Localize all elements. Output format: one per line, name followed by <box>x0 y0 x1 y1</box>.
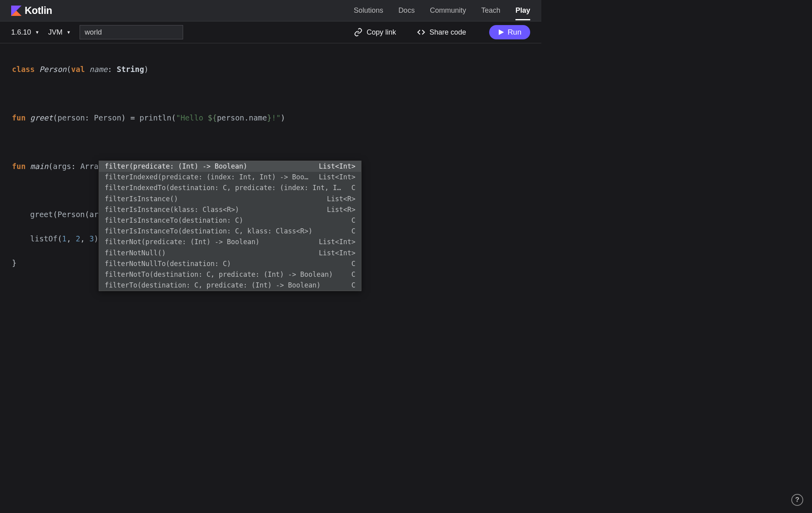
main-header: Kotlin Solutions Docs Community Teach Pl… <box>0 0 541 21</box>
code-line <box>12 87 529 99</box>
autocomplete-return-type: List<R> <box>327 194 355 204</box>
autocomplete-signature: filterIsInstance(klass: Class<R>) <box>105 204 239 215</box>
autocomplete-return-type: List<Int> <box>319 237 355 247</box>
autocomplete-item[interactable]: filterIndexedTo(destination: C, predicat… <box>99 183 361 193</box>
autocomplete-return-type: List<R> <box>327 204 355 215</box>
run-button[interactable]: Run <box>489 25 530 39</box>
share-code-label: Share code <box>429 28 466 37</box>
autocomplete-return-type: List<Int> <box>319 248 355 258</box>
autocomplete-signature: filterIndexed(predicate: (index: Int, In… <box>105 172 311 183</box>
autocomplete-return-type: C <box>351 280 355 291</box>
autocomplete-item[interactable]: filter(predicate: (Int) -> Boolean)List<… <box>99 161 361 172</box>
playground-toolbar: 1.6.10 ▼ JVM ▼ Copy link Share code Run <box>0 21 541 43</box>
brand-logo[interactable]: Kotlin <box>11 5 52 16</box>
link-icon <box>354 28 363 37</box>
nav-teach[interactable]: Teach <box>481 1 500 20</box>
code-editor[interactable]: class Person(val name: String) fun greet… <box>0 43 541 325</box>
autocomplete-item[interactable]: filterNot(predicate: (Int) -> Boolean)Li… <box>99 237 361 247</box>
autocomplete-signature: filterNotNullTo(destination: C) <box>105 258 231 269</box>
autocomplete-item[interactable]: filterIsInstanceTo(destination: C)C <box>99 215 361 226</box>
autocomplete-signature: filterNotTo(destination: C, predicate: (… <box>105 269 333 280</box>
caret-down-icon: ▼ <box>35 30 39 35</box>
version-value: 1.6.10 <box>11 28 31 37</box>
autocomplete-return-type: C <box>351 258 355 269</box>
autocomplete-return-type: C <box>351 215 355 226</box>
autocomplete-signature: filterIsInstanceTo(destination: C) <box>105 215 243 226</box>
version-dropdown[interactable]: 1.6.10 ▼ <box>11 28 39 37</box>
autocomplete-item[interactable]: filterNotNullTo(destination: C)C <box>99 258 361 269</box>
autocomplete-item[interactable]: filterIndexed(predicate: (index: Int, In… <box>99 172 361 183</box>
code-line: fun greet(person: Person) = println("Hel… <box>12 112 529 124</box>
top-nav: Solutions Docs Community Teach Play <box>354 1 530 20</box>
nav-docs[interactable]: Docs <box>398 1 415 20</box>
autocomplete-signature: filterNotNull() <box>105 248 166 258</box>
share-code-button[interactable]: Share code <box>417 28 466 37</box>
nav-community[interactable]: Community <box>430 1 466 20</box>
autocomplete-return-type: C <box>351 183 355 193</box>
copy-link-label: Copy link <box>367 28 396 37</box>
nav-play[interactable]: Play <box>515 1 530 20</box>
svg-marker-3 <box>499 29 504 35</box>
autocomplete-item[interactable]: filterNotTo(destination: C, predicate: (… <box>99 269 361 280</box>
autocomplete-signature: filterIndexedTo(destination: C, predicat… <box>105 183 344 193</box>
code-line <box>12 136 529 148</box>
brand-name: Kotlin <box>25 5 52 16</box>
run-label: Run <box>507 28 521 37</box>
autocomplete-item[interactable]: filterNotNull()List<Int> <box>99 248 361 258</box>
autocomplete-signature: filterIsInstanceTo(destination: C, klass… <box>105 226 312 237</box>
nav-solutions[interactable]: Solutions <box>354 1 383 20</box>
target-value: JVM <box>48 28 62 37</box>
autocomplete-popup: filter(predicate: (Int) -> Boolean)List<… <box>99 161 361 291</box>
autocomplete-signature: filter(predicate: (Int) -> Boolean) <box>105 161 247 172</box>
play-icon <box>498 29 504 35</box>
code-icon <box>417 28 426 37</box>
autocomplete-item[interactable]: filterTo(destination: C, predicate: (Int… <box>99 280 361 291</box>
program-args-input[interactable] <box>80 25 183 39</box>
kotlin-logo-icon <box>11 6 21 16</box>
autocomplete-return-type: C <box>351 226 355 237</box>
autocomplete-item[interactable]: filterIsInstance(klass: Class<R>)List<R> <box>99 204 361 215</box>
autocomplete-item[interactable]: filterIsInstanceTo(destination: C, klass… <box>99 226 361 237</box>
target-dropdown[interactable]: JVM ▼ <box>48 28 71 37</box>
caret-down-icon: ▼ <box>66 30 71 35</box>
autocomplete-return-type: List<Int> <box>319 161 355 172</box>
autocomplete-signature: filterTo(destination: C, predicate: (Int… <box>105 280 320 291</box>
autocomplete-signature: filterNot(predicate: (Int) -> Boolean) <box>105 237 260 247</box>
copy-link-button[interactable]: Copy link <box>354 28 396 37</box>
code-line: class Person(val name: String) <box>12 63 529 75</box>
autocomplete-item[interactable]: filterIsInstance()List<R> <box>99 194 361 204</box>
autocomplete-return-type: C <box>351 269 355 280</box>
autocomplete-return-type: List<Int> <box>319 172 355 183</box>
autocomplete-signature: filterIsInstance() <box>105 194 178 204</box>
